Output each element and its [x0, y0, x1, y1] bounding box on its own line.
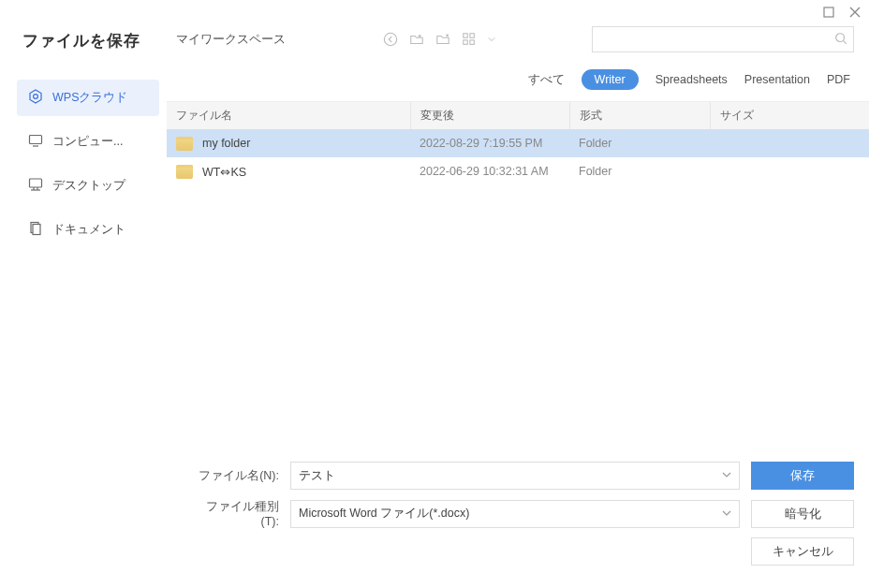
file-list: my folder 2022-08-29 7:19:55 PM Folder W… — [167, 129, 869, 450]
svg-point-1 — [34, 95, 38, 99]
filename-value: テスト — [299, 468, 335, 484]
file-name: WT⇔KS — [202, 165, 246, 179]
main-panel: マイワークスペース — [167, 0, 869, 588]
svg-rect-9 — [463, 40, 466, 44]
file-format: Folder — [569, 131, 710, 155]
sidebar-item-desktop[interactable]: デスクトップ — [17, 168, 159, 204]
filetype-field[interactable]: Microsoft Word ファイル(*.docx) — [290, 500, 740, 528]
documents-icon — [28, 221, 43, 239]
back-icon[interactable] — [382, 31, 399, 48]
file-name: my folder — [202, 137, 250, 150]
sidebar-item-wps-cloud[interactable]: WPSクラウド — [17, 80, 159, 116]
search-box[interactable] — [592, 26, 854, 52]
svg-rect-3 — [30, 179, 42, 187]
cancel-button[interactable]: キャンセル — [751, 537, 854, 566]
filetype-value: Microsoft Word ファイル(*.docx) — [299, 506, 469, 522]
col-name[interactable]: ファイル名 — [167, 102, 410, 129]
search-input[interactable] — [598, 27, 834, 51]
desktop-icon — [28, 177, 43, 195]
table-row[interactable]: my folder 2022-08-29 7:19:55 PM Folder — [167, 129, 869, 157]
filter-tabs: すべて Writer Spreadsheets Presentation PDF — [167, 60, 869, 101]
bottom-panel: ファイル名(N): テスト 保存 ファイル種別(T): Microsoft Wo… — [167, 450, 869, 588]
tab-spreadsheets[interactable]: Spreadsheets — [655, 73, 728, 86]
save-button[interactable]: 保存 — [751, 462, 854, 490]
search-icon[interactable] — [834, 32, 847, 48]
file-size — [710, 138, 869, 149]
dialog-title: ファイルを保存 — [22, 30, 159, 51]
svg-rect-8 — [469, 34, 473, 37]
col-size[interactable]: サイズ — [710, 102, 869, 129]
toolbar — [382, 31, 496, 48]
tab-all[interactable]: すべて — [528, 72, 565, 88]
sidebar-item-label: デスクトップ — [52, 178, 125, 194]
filename-label: ファイル名(N): — [199, 468, 279, 484]
svg-rect-5 — [33, 225, 40, 235]
svg-point-11 — [836, 33, 845, 41]
upload-icon[interactable] — [434, 31, 451, 48]
tab-writer[interactable]: Writer — [582, 69, 639, 90]
file-modified: 2022-06-29 10:32:31 AM — [410, 159, 569, 184]
svg-rect-10 — [469, 40, 473, 44]
file-modified: 2022-08-29 7:19:55 PM — [410, 131, 569, 155]
cloud-icon — [28, 89, 43, 107]
tab-pdf[interactable]: PDF — [827, 73, 850, 86]
svg-rect-7 — [463, 34, 466, 37]
sidebar-item-label: コンピュー... — [52, 134, 123, 150]
col-modified[interactable]: 変更後 — [410, 102, 569, 129]
chevron-down-icon — [722, 507, 731, 521]
encrypt-button[interactable]: 暗号化 — [751, 500, 854, 528]
chevron-down-icon[interactable] — [487, 31, 496, 48]
file-size — [710, 166, 869, 177]
new-folder-icon[interactable] — [408, 31, 425, 48]
computer-icon — [28, 133, 43, 151]
tab-presentation[interactable]: Presentation — [744, 73, 810, 86]
filetype-label: ファイル種別(T): — [199, 499, 279, 528]
sidebar-item-label: ドキュメント — [52, 222, 125, 238]
filename-field[interactable]: テスト — [290, 462, 740, 490]
sidebar: ファイルを保存 WPSクラウド コンピュー... デスクトップ ドキュメント — [0, 0, 167, 588]
svg-point-6 — [384, 33, 396, 45]
chevron-down-icon — [722, 469, 731, 482]
sidebar-item-documents[interactable]: ドキュメント — [17, 212, 159, 248]
breadcrumb: マイワークスペース — [176, 31, 286, 48]
sidebar-item-label: WPSクラウド — [52, 90, 127, 106]
svg-rect-2 — [30, 136, 42, 144]
file-format: Folder — [569, 159, 710, 184]
sidebar-item-computer[interactable]: コンピュー... — [17, 124, 159, 160]
table-header: ファイル名 変更後 形式 サイズ — [167, 101, 869, 129]
view-grid-icon[interactable] — [461, 31, 478, 48]
col-format[interactable]: 形式 — [569, 102, 710, 129]
table-row[interactable]: WT⇔KS 2022-06-29 10:32:31 AM Folder — [167, 157, 869, 185]
